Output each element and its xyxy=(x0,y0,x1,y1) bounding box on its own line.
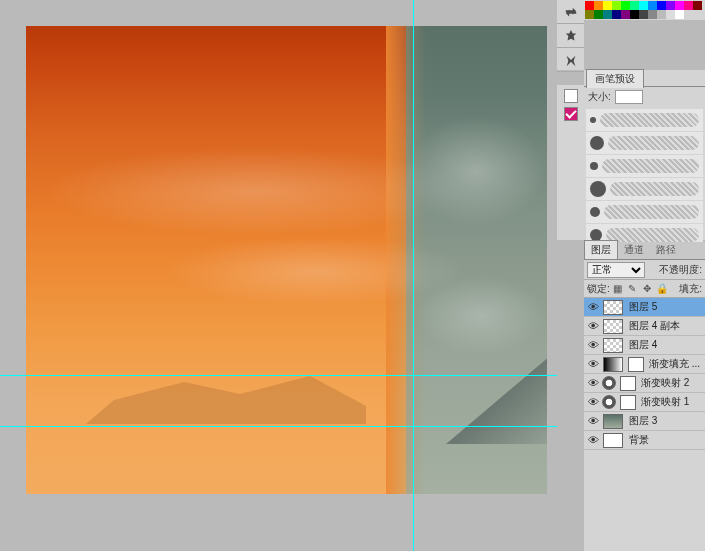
brush-size-row: 大小: xyxy=(584,87,705,107)
layer-name[interactable]: 背景 xyxy=(629,433,649,447)
layer-name[interactable]: 图层 4 副本 xyxy=(629,319,680,333)
layer-row[interactable]: 👁 图层 5 xyxy=(584,298,705,317)
tab-channels[interactable]: 通道 xyxy=(618,241,650,259)
brush-size-input[interactable] xyxy=(615,90,643,104)
tools-icon[interactable] xyxy=(557,48,584,72)
pin-icon[interactable] xyxy=(557,24,584,48)
visibility-icon[interactable]: 👁 xyxy=(586,319,600,333)
cloud-shape xyxy=(46,146,466,236)
layer-thumbnail[interactable] xyxy=(603,300,623,315)
visibility-icon[interactable]: 👁 xyxy=(586,414,600,428)
blend-mode-select[interactable]: 正常 xyxy=(587,262,645,278)
guide-horizontal[interactable] xyxy=(0,426,557,427)
canvas-area[interactable] xyxy=(0,0,557,551)
layer-name[interactable]: 渐变映射 2 xyxy=(641,376,689,390)
layers-panel-tabs: 图层 通道 路径 xyxy=(584,242,705,260)
layer-row[interactable]: 👁 渐变映射 2 xyxy=(584,374,705,393)
visibility-icon[interactable]: 👁 xyxy=(586,376,600,390)
adjustment-icon[interactable] xyxy=(602,395,616,409)
visibility-icon[interactable]: 👁 xyxy=(586,395,600,409)
option-check-active[interactable] xyxy=(564,107,578,121)
cloud-shape xyxy=(416,276,546,356)
layer-mask-thumbnail[interactable] xyxy=(628,357,644,372)
brush-preset-item[interactable] xyxy=(586,178,703,200)
tab-paths[interactable]: 路径 xyxy=(650,241,682,259)
lock-fill-row: 锁定: ▦ ✎ ✥ 🔒 填充: xyxy=(584,280,705,298)
layer-row[interactable]: 👁 渐变填充 ... xyxy=(584,355,705,374)
layer-mask-thumbnail[interactable] xyxy=(620,376,636,391)
layer-row[interactable]: 👁 图层 3 xyxy=(584,412,705,431)
document-canvas[interactable] xyxy=(26,26,547,494)
fill-label: 填充: xyxy=(679,282,702,296)
blend-opacity-row: 正常 不透明度: xyxy=(584,260,705,280)
visibility-icon[interactable]: 👁 xyxy=(586,357,600,371)
lock-position-icon[interactable]: ✥ xyxy=(641,282,654,295)
visibility-icon[interactable]: 👁 xyxy=(586,300,600,314)
layer-row[interactable]: 👁 渐变映射 1 xyxy=(584,393,705,412)
lock-all-icon[interactable]: 🔒 xyxy=(656,282,669,295)
guide-horizontal[interactable] xyxy=(0,375,557,376)
brush-preset-item[interactable] xyxy=(586,109,703,131)
layer-mask-thumbnail[interactable] xyxy=(620,395,636,410)
panel-tabs: 画笔预设 xyxy=(584,70,705,87)
option-check[interactable] xyxy=(564,89,578,103)
brush-preset-list[interactable] xyxy=(584,107,705,249)
layer-row[interactable]: 👁 图层 4 副本 xyxy=(584,317,705,336)
cloud-shape xyxy=(406,116,546,226)
right-panels-column: 画笔预设 大小: 图层 通道 路径 正常 不透明度: 锁定: xyxy=(557,0,705,551)
layer-thumbnail[interactable] xyxy=(603,414,623,429)
layer-thumbnail[interactable] xyxy=(603,338,623,353)
layer-name[interactable]: 图层 4 xyxy=(629,338,657,352)
swatches-panel[interactable] xyxy=(584,0,705,20)
layer-thumbnail[interactable] xyxy=(603,433,623,448)
layer-row[interactable]: 👁 图层 4 xyxy=(584,336,705,355)
brush-preset-item[interactable] xyxy=(586,132,703,154)
layer-thumbnail[interactable] xyxy=(603,319,623,334)
brush-option-checks xyxy=(557,85,584,240)
brush-preset-item[interactable] xyxy=(586,155,703,177)
guide-vertical[interactable] xyxy=(413,0,414,551)
lock-paint-icon[interactable]: ✎ xyxy=(626,282,639,295)
visibility-icon[interactable]: 👁 xyxy=(586,338,600,352)
lock-transparent-icon[interactable]: ▦ xyxy=(611,282,624,295)
lock-label: 锁定: xyxy=(587,282,610,296)
layer-name[interactable]: 图层 5 xyxy=(629,300,657,314)
swap-colors-icon[interactable] xyxy=(557,0,584,24)
brush-preset-item[interactable] xyxy=(586,201,703,223)
layer-row[interactable]: 👁 背景 xyxy=(584,431,705,450)
brush-size-label: 大小: xyxy=(588,90,611,104)
visibility-icon[interactable]: 👁 xyxy=(586,433,600,447)
panel-icon-strip xyxy=(557,0,584,70)
tab-layers[interactable]: 图层 xyxy=(584,240,618,259)
layer-name[interactable]: 图层 3 xyxy=(629,414,657,428)
layers-panel: 图层 通道 路径 正常 不透明度: 锁定: ▦ ✎ ✥ 🔒 填充: 👁 图层 5 xyxy=(584,242,705,551)
layer-name[interactable]: 渐变映射 1 xyxy=(641,395,689,409)
tab-brush-presets[interactable]: 画笔预设 xyxy=(586,69,644,88)
opacity-label: 不透明度: xyxy=(659,263,702,277)
brush-presets-panel: 画笔预设 大小: xyxy=(584,70,705,240)
adjustment-icon[interactable] xyxy=(602,376,616,390)
layer-name[interactable]: 渐变填充 ... xyxy=(649,357,700,371)
layer-thumbnail[interactable] xyxy=(603,357,623,372)
layers-list[interactable]: 👁 图层 5 👁 图层 4 副本 👁 图层 4 👁 渐变填充 ... xyxy=(584,298,705,551)
